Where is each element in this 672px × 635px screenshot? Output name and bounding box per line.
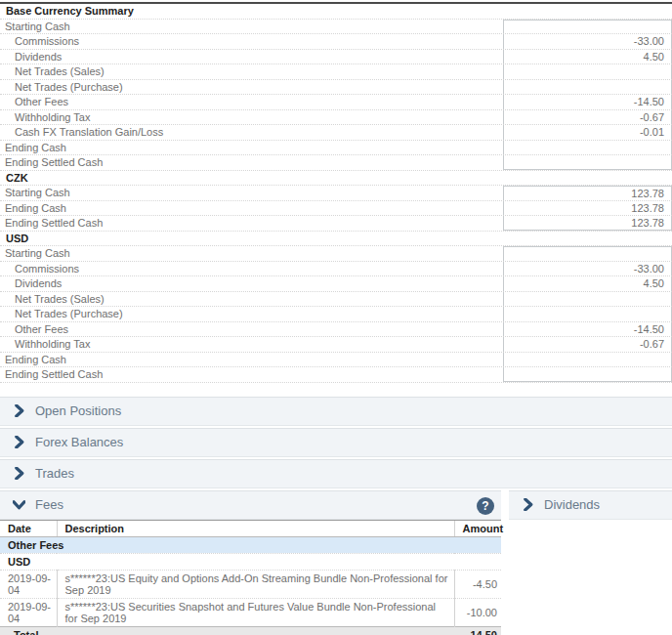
chevron-right-icon	[522, 498, 534, 511]
cash-row-value	[503, 292, 672, 307]
section-label: Fees	[35, 497, 63, 512]
cash-row-label: Cash FX Translation Gain/Loss	[0, 126, 503, 138]
cash-row: Ending Settled Cash	[0, 155, 672, 171]
cash-row: Other Fees-14.50	[0, 95, 672, 110]
cash-row-label: Starting Cash	[0, 21, 503, 32]
cash-row-label: Ending Settled Cash	[0, 368, 503, 380]
cash-row-label: Starting Cash	[0, 187, 503, 198]
section-open-positions[interactable]: Open Positions	[0, 397, 672, 426]
cash-row-value: 123.78	[503, 201, 672, 216]
cash-row-label: Withholding Tax	[0, 111, 503, 123]
cash-row: Withholding Tax-0.67	[0, 110, 672, 126]
cash-row-label: Net Trades (Sales)	[0, 65, 503, 77]
fees-group-header-row: Other Fees	[0, 536, 501, 553]
cash-section-header: CZK	[0, 171, 672, 187]
cash-row: Commissions-33.00	[0, 262, 672, 277]
cash-row-label: Commissions	[0, 263, 503, 275]
cash-row-value	[503, 155, 672, 170]
cash-row-label: Starting Cash	[0, 247, 503, 259]
cash-row: Starting Cash	[0, 20, 672, 35]
cash-row-value	[503, 20, 672, 34]
cash-row-label: Net Trades (Purchase)	[0, 308, 503, 319]
fees-total-row: Total -14.50	[0, 626, 501, 635]
cash-row-label: Other Fees	[0, 96, 503, 107]
fees-total-label: Total	[0, 626, 454, 635]
cash-row-label: Commissions	[0, 35, 503, 47]
cash-row: Net Trades (Purchase)	[0, 80, 672, 96]
cash-row-label: Ending Cash	[0, 354, 503, 365]
cash-row-label: Net Trades (Sales)	[0, 293, 503, 305]
fees-row: 2019-09-04 s******23:US Securities Snaps…	[0, 598, 501, 626]
cash-row-label: Ending Settled Cash	[0, 217, 503, 229]
cash-row: Dividends4.50	[0, 50, 672, 65]
cash-row-value: -33.00	[503, 262, 672, 276]
fees-total-amount: -14.50	[454, 626, 501, 635]
cash-row: Other Fees-14.50	[0, 322, 672, 338]
cash-row-value: 4.50	[503, 276, 672, 291]
fees-table: Date Description Amount Other Fees USD 2…	[0, 520, 501, 635]
cash-row-label: Dividends	[0, 51, 503, 63]
cash-row: Ending Cash	[0, 141, 672, 156]
cash-row-label: Ending Settled Cash	[0, 156, 503, 168]
cash-row-value	[503, 64, 672, 79]
fee-amount: -10.00	[454, 598, 501, 626]
section-fees[interactable]: Fees ?	[0, 490, 501, 520]
cash-row-label: Other Fees	[0, 323, 503, 335]
section-label: Forex Balances	[35, 435, 123, 449]
section-label: Dividends	[544, 497, 600, 512]
chevron-right-icon	[13, 467, 25, 480]
fees-group-header: Other Fees	[0, 536, 501, 553]
cash-section-header: Base Currency Summary	[0, 4, 672, 20]
cash-row-value	[503, 141, 672, 155]
cash-row-label: Net Trades (Purchase)	[0, 81, 503, 93]
cash-row-label: Ending Cash	[0, 202, 503, 214]
cash-row-value	[503, 353, 672, 367]
cash-row-value: -0.67	[503, 110, 672, 125]
section-trades[interactable]: Trades	[0, 459, 672, 488]
fees-currency-label: USD	[0, 553, 501, 570]
cash-row-value	[503, 307, 672, 321]
section-label: Trades	[35, 466, 74, 481]
cash-row: Withholding Tax-0.67	[0, 337, 672, 353]
cash-section-header: USD	[0, 232, 672, 247]
cash-row-value: -0.67	[503, 337, 672, 352]
cash-row: Net Trades (Sales)	[0, 292, 672, 308]
column-header-amount: Amount	[454, 520, 501, 536]
cash-section-usd: USD Starting Cash Commissions-33.00 Divi…	[0, 232, 672, 383]
cash-section-czk: CZK Starting Cash123.78 Ending Cash123.7…	[0, 171, 672, 232]
help-icon[interactable]: ?	[477, 497, 494, 515]
fee-amount: -4.50	[454, 570, 501, 598]
fee-date: 2019-09-04	[0, 598, 57, 626]
cash-row-value: -14.50	[503, 322, 672, 337]
cash-row: Cash FX Translation Gain/Loss-0.01	[0, 125, 672, 141]
cash-row-label: Ending Cash	[0, 142, 503, 153]
cash-report-table: Base Currency Summary Starting Cash Comm…	[0, 2, 672, 383]
section-label: Open Positions	[35, 403, 121, 418]
cash-row: Net Trades (Purchase)	[0, 307, 672, 322]
cash-row-value: 123.78	[503, 216, 672, 231]
fees-row: 2019-09-04 s******23:US Equity and Optio…	[0, 570, 501, 598]
cash-row-value	[503, 367, 672, 382]
column-header-description: Description	[57, 520, 454, 536]
cash-row-value: -33.00	[503, 34, 672, 49]
cash-row-label: Withholding Tax	[0, 338, 503, 350]
cash-row: Dividends4.50	[0, 276, 672, 292]
cash-row: Starting Cash123.78	[0, 186, 672, 201]
chevron-down-icon	[13, 498, 25, 511]
cash-row: Starting Cash	[0, 246, 672, 262]
chevron-right-icon	[13, 436, 25, 448]
cash-row-value: -0.01	[503, 125, 672, 140]
cash-row-value	[503, 246, 672, 261]
cash-section-base: Base Currency Summary Starting Cash Comm…	[0, 4, 672, 171]
cash-row: Ending Cash	[0, 353, 672, 368]
section-forex-balances[interactable]: Forex Balances	[0, 428, 672, 457]
fee-description: s******23:US Equity and Options Add-On S…	[57, 570, 454, 598]
fees-table-header-row: Date Description Amount	[0, 520, 501, 536]
cash-row: Ending Settled Cash	[0, 367, 672, 383]
cash-row-value: -14.50	[503, 95, 672, 109]
cash-row-value: 4.50	[503, 50, 672, 64]
cash-row-value	[503, 80, 672, 95]
section-dividends[interactable]: Dividends	[509, 490, 672, 520]
cash-row: Commissions-33.00	[0, 34, 672, 50]
cash-row-value: 123.78	[503, 186, 672, 200]
